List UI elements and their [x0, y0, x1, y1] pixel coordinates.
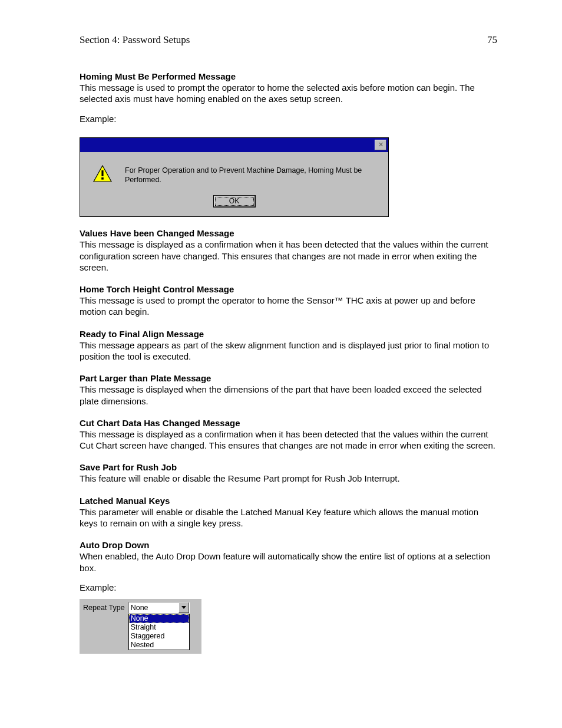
section-body: This message is displayed when the dimen…: [80, 384, 497, 406]
page-header: Section 4: Password Setups 75: [80, 34, 497, 46]
doc-section: Ready to Final Align Message This messag…: [80, 328, 497, 363]
section-title: Save Part for Rush Job: [80, 462, 497, 473]
combo-option[interactable]: Straight: [129, 623, 189, 632]
section-body: This message is used to prompt the opera…: [80, 82, 497, 104]
svg-rect-1: [101, 170, 103, 176]
repeat-type-combo[interactable]: None: [128, 602, 190, 614]
doc-section: Latched Manual Keys This parameter will …: [80, 495, 497, 529]
section-body: This parameter will enable or disable th…: [80, 506, 497, 529]
combo-value: None: [129, 602, 178, 613]
section-title: Ready to Final Align Message: [80, 328, 497, 340]
combo-list[interactable]: None Straight Staggered Nested: [128, 614, 190, 650]
section-label: Section 4: Password Setups: [80, 34, 190, 46]
doc-section: Save Part for Rush Job This feature will…: [80, 462, 497, 484]
section-body: This message is displayed as a confirmat…: [80, 239, 497, 273]
section-title: Auto Drop Down: [80, 539, 497, 551]
doc-section: Homing Must Be Performed Message This me…: [80, 71, 497, 217]
svg-marker-3: [181, 606, 186, 609]
example-label: Example:: [80, 582, 497, 593]
combo-option[interactable]: Nested: [129, 641, 189, 650]
section-body: This feature will enable or disable the …: [80, 473, 497, 484]
section-title: Values Have been Changed Message: [80, 228, 497, 239]
doc-section: Auto Drop Down When enabled, the Auto Dr…: [80, 539, 497, 654]
warning-icon: [93, 165, 112, 185]
section-body: This message is displayed as a confirmat…: [80, 429, 497, 451]
doc-section: Home Torch Height Control Message This m…: [80, 284, 497, 318]
dialog-message: For Proper Operation and to Prevent Mach…: [125, 166, 380, 185]
section-title: Home Torch Height Control Message: [80, 284, 497, 295]
svg-rect-2: [101, 177, 104, 180]
example-label: Example:: [80, 113, 497, 124]
combo-option[interactable]: None: [129, 614, 189, 623]
chevron-down-icon[interactable]: [178, 602, 189, 613]
section-title: Cut Chart Data Has Changed Message: [80, 417, 497, 429]
dropdown-example: Repeat Type None None Straight Staggered…: [80, 599, 201, 654]
doc-section: Values Have been Changed Message This me…: [80, 228, 497, 273]
dialog-titlebar: ✕: [80, 138, 388, 152]
section-body: This message is used to prompt the opera…: [80, 295, 497, 317]
message-dialog: ✕ For Proper Operation and to Prevent Ma…: [80, 137, 389, 218]
combo-option[interactable]: Staggered: [129, 632, 189, 641]
ok-button[interactable]: OK: [214, 196, 255, 207]
dropdown-label: Repeat Type: [83, 602, 125, 612]
section-title: Part Larger than Plate Message: [80, 373, 497, 384]
section-body: When enabled, the Auto Drop Down feature…: [80, 551, 497, 573]
section-title: Latched Manual Keys: [80, 495, 497, 506]
section-body: This message appears as part of the skew…: [80, 340, 497, 362]
section-title: Homing Must Be Performed Message: [80, 71, 497, 82]
page-number: 75: [487, 34, 497, 46]
close-button[interactable]: ✕: [375, 140, 386, 150]
doc-section: Part Larger than Plate Message This mess…: [80, 373, 497, 407]
doc-section: Cut Chart Data Has Changed Message This …: [80, 417, 497, 452]
